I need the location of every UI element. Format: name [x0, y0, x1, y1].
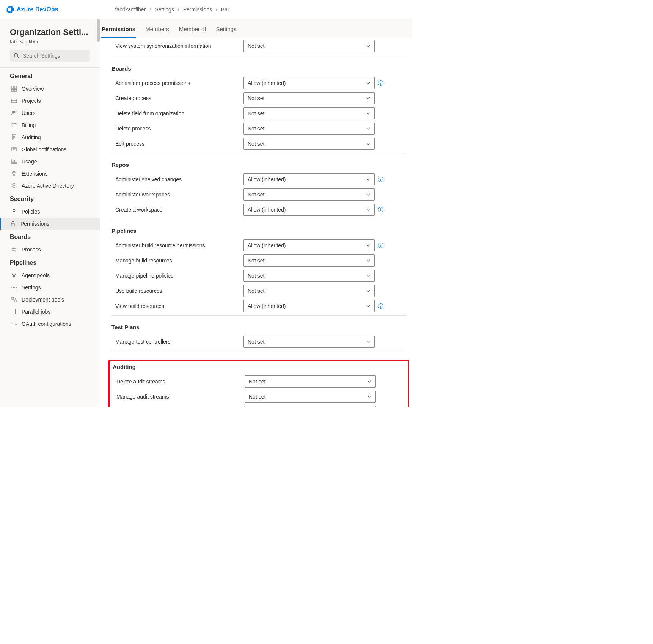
deployment-icon [11, 297, 17, 303]
permission-select[interactable]: Allow (inherited) [243, 204, 375, 216]
permission-value: Not set [248, 126, 264, 132]
chevron-down-icon [366, 273, 370, 278]
permission-value: Allow (inherited) [248, 176, 286, 182]
permission-label: Administer process permissions [111, 80, 240, 86]
permission-info-cell [378, 303, 387, 309]
breadcrumb-item[interactable]: Bar [221, 6, 229, 13]
chevron-down-icon [366, 304, 370, 308]
sidebar-item-projects[interactable]: Projects [6, 95, 94, 107]
permission-row: Delete field from organization Not set [111, 106, 406, 121]
permission-row: View system synchronization information … [111, 38, 406, 53]
permission-row: Administer workspaces Not set [111, 187, 406, 202]
permission-select[interactable]: Not set [243, 92, 375, 104]
permission-select[interactable]: Not set [243, 270, 375, 282]
sidebar-group-label: Security [10, 196, 94, 203]
permission-section-title: Boards [111, 65, 406, 72]
permission-select[interactable]: Not set [243, 138, 375, 150]
search-icon [14, 53, 20, 59]
permission-select[interactable]: Not set [243, 123, 375, 135]
permission-select[interactable]: Allow (inherited) [243, 239, 375, 251]
chevron-down-icon [366, 243, 370, 248]
permission-label: Manage pipeline policies [111, 273, 240, 279]
sidebar-item-azure-active-directory[interactable]: Azure Active Directory [6, 180, 94, 192]
permission-label: Create a workspace [111, 207, 240, 213]
permission-value: Not set [248, 339, 264, 345]
permission-select[interactable]: Not set [243, 107, 375, 119]
permission-row: Use build resources Not set [111, 283, 406, 298]
sidebar-item-deployment-pools[interactable]: Deployment pools [6, 294, 94, 306]
permission-row: Create process Not set [111, 91, 406, 106]
chevron-down-icon [366, 126, 370, 131]
breadcrumb-item[interactable]: fabrikamfiber [115, 6, 146, 13]
sidebar-item-label: Overview [22, 86, 44, 92]
permission-info-cell [378, 80, 387, 86]
notifications-icon [11, 146, 17, 152]
sidebar-item-usage[interactable]: Usage [6, 156, 94, 168]
permission-value: Not set [248, 258, 264, 264]
permission-label: Manage test controllers [111, 339, 240, 345]
info-icon[interactable] [378, 242, 384, 248]
sidebar-item-extensions[interactable]: Extensions [6, 168, 94, 180]
tab-permissions[interactable]: Permissions [101, 26, 136, 38]
sidebar-item-global-notifications[interactable]: Global notifications [6, 143, 94, 156]
sidebar-group-label: General [10, 73, 94, 80]
sidebar-item-permissions[interactable]: Permissions [0, 218, 100, 230]
sidebar-scrollbar-thumb[interactable] [97, 19, 100, 42]
content: View system synchronization information … [100, 38, 412, 407]
policies-icon [11, 209, 17, 215]
sidebar-item-process[interactable]: Process [6, 243, 94, 256]
sidebar-item-auditing[interactable]: Auditing [6, 131, 94, 143]
permission-select[interactable]: Allow (inherited) [243, 173, 375, 185]
breadcrumb-separator: / [178, 6, 179, 13]
tab-settings[interactable]: Settings [215, 26, 237, 38]
tab-members[interactable]: Members [144, 26, 170, 38]
permission-value: Allow (inherited) [248, 303, 286, 309]
chevron-down-icon [366, 192, 370, 197]
top-bar: Azure DevOps fabrikamfiber/Settings/Perm… [0, 0, 412, 19]
permission-label: Administer shelved changes [111, 176, 240, 182]
sidebar-item-parallel-jobs[interactable]: Parallel jobs [6, 306, 94, 318]
sidebar-item-oauth-configurations[interactable]: OAuth configurations [6, 318, 94, 330]
permission-select[interactable]: Not set [243, 40, 375, 52]
search-settings[interactable] [10, 50, 90, 62]
info-icon[interactable] [378, 176, 384, 182]
breadcrumb-item[interactable]: Permissions [183, 6, 212, 13]
permission-value: Not set [248, 273, 264, 279]
breadcrumb-item[interactable]: Settings [155, 6, 174, 13]
permission-section-title: Pipelines [111, 228, 406, 234]
brand-label: Azure DevOps [17, 6, 58, 13]
permission-select[interactable]: Not set [245, 391, 376, 403]
permission-section-title: Test Plans [111, 324, 406, 330]
info-icon[interactable] [378, 303, 384, 309]
permission-label: View system synchronization information [111, 43, 240, 49]
chevron-down-icon [366, 339, 370, 344]
sidebar-item-label: Settings [22, 284, 41, 291]
permission-select[interactable]: Allow (inherited) [243, 300, 375, 312]
permission-select[interactable]: Allow (inherited) [243, 77, 375, 89]
permission-select[interactable]: Not set [245, 375, 376, 388]
permission-select[interactable]: Not set [245, 406, 376, 407]
users-icon [11, 110, 17, 116]
sidebar-item-users[interactable]: Users [6, 107, 94, 119]
permission-row: View audit log Not set [113, 404, 405, 407]
permission-row: View build resources Allow (inherited) [111, 298, 406, 314]
permission-select[interactable]: Not set [243, 285, 375, 297]
sidebar-item-policies[interactable]: Policies [6, 206, 94, 218]
permission-select[interactable]: Not set [243, 254, 375, 267]
chevron-down-icon [366, 289, 370, 293]
tab-member-of[interactable]: Member of [178, 26, 207, 38]
sidebar-item-overview[interactable]: Overview [6, 83, 94, 95]
permission-select[interactable]: Not set [243, 188, 375, 201]
permission-label: Delete field from organization [111, 110, 240, 116]
parallel-icon [11, 309, 17, 315]
permission-select[interactable]: Not set [243, 336, 375, 348]
sidebar-item-billing[interactable]: Billing [6, 119, 94, 131]
sidebar-item-settings[interactable]: Settings [6, 281, 94, 294]
sidebar-item-agent-pools[interactable]: Agent pools [6, 269, 94, 281]
search-input[interactable] [23, 53, 86, 59]
sidebar-item-label: Policies [22, 209, 40, 215]
info-icon[interactable] [378, 80, 384, 86]
info-icon[interactable] [378, 207, 384, 213]
brand[interactable]: Azure DevOps [6, 6, 58, 13]
permission-label: Manage build resources [111, 258, 240, 264]
